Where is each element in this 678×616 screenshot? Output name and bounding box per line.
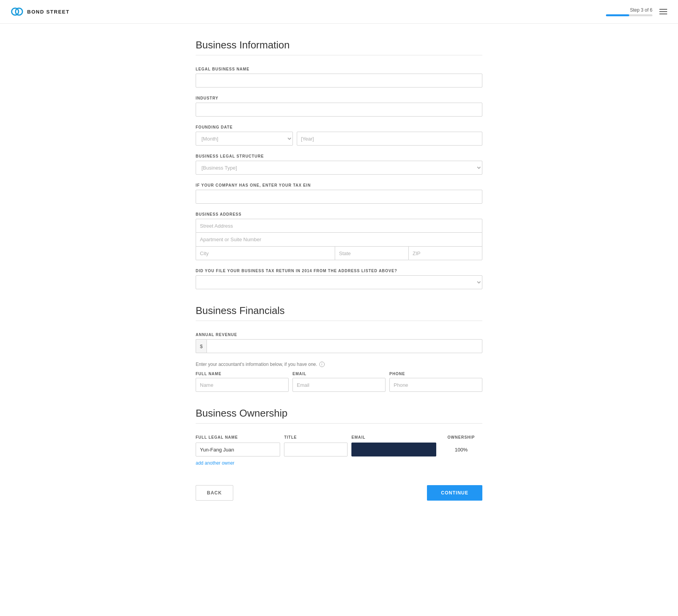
accountant-row: FULL NAME EMAIL PHONE	[196, 372, 482, 392]
section-divider-1	[196, 55, 482, 55]
founding-date-group: FOUNDING DATE [Month] JanuaryFebruaryMar…	[196, 125, 482, 146]
logo-icon	[11, 5, 23, 18]
tax-return-label: DID YOU FILE YOUR BUSINESS TAX RETURN IN…	[196, 269, 482, 273]
tax-ein-input[interactable]	[196, 190, 482, 204]
year-input[interactable]	[297, 132, 482, 146]
accountant-email-col: EMAIL	[293, 372, 385, 392]
industry-input[interactable]	[196, 103, 482, 117]
owner-name-col	[196, 443, 280, 456]
main-content: Business Information LEGAL BUSINESS NAME…	[188, 24, 490, 532]
brand-area: BOND STREET	[11, 5, 70, 18]
legal-structure-select[interactable]: [Business Type] Sole Proprietorship LLC …	[196, 161, 482, 175]
accountant-email-input[interactable]	[293, 378, 385, 392]
business-financials-section: Business Financials ANNUAL REVENUE $ Ent…	[196, 305, 482, 392]
step-label: Step 3 of 6	[606, 7, 652, 13]
accountant-phone-col: PHONE	[389, 372, 482, 392]
back-button[interactable]: BACK	[196, 485, 233, 501]
brand-name: BOND STREET	[27, 9, 70, 15]
industry-label: INDUSTRY	[196, 96, 482, 100]
month-select[interactable]: [Month] JanuaryFebruaryMarch AprilMayJun…	[196, 132, 293, 146]
col-full-legal-name: FULL LEGAL NAME	[196, 435, 280, 439]
accountant-name-col: FULL NAME	[196, 372, 289, 392]
business-financials-title: Business Financials	[196, 305, 482, 317]
col-ownership: OWNERSHIP	[440, 435, 482, 439]
progress-bar	[606, 14, 652, 16]
accountant-phone-input[interactable]	[389, 378, 482, 392]
founding-date-label: FOUNDING DATE	[196, 125, 482, 129]
owner-ownership-col: 100%	[440, 447, 482, 453]
city-input[interactable]	[196, 246, 335, 260]
tax-return-group: DID YOU FILE YOUR BUSINESS TAX RETURN IN…	[196, 269, 482, 289]
owner-name-input[interactable]	[196, 443, 280, 456]
accountant-name-label: FULL NAME	[196, 372, 289, 376]
business-ownership-section: Business Ownership FULL LEGAL NAME TITLE…	[196, 407, 482, 501]
add-another-owner-link[interactable]: add another owner	[196, 460, 234, 466]
col-email-label: EMAIL	[351, 435, 436, 439]
annual-revenue-group: ANNUAL REVENUE $	[196, 333, 482, 353]
founding-date-row: [Month] JanuaryFebruaryMarch AprilMayJun…	[196, 132, 482, 146]
annual-revenue-input[interactable]	[206, 339, 482, 353]
info-icon: i	[319, 362, 325, 367]
tax-ein-group: IF YOUR COMPANY HAS ONE, ENTER YOUR TAX …	[196, 183, 482, 204]
col-title-label: TITLE	[284, 435, 348, 439]
section-divider-3	[196, 423, 482, 424]
apt-input[interactable]	[196, 233, 482, 247]
app-header: BOND STREET Step 3 of 6	[0, 0, 678, 24]
continue-button[interactable]: CONTINUE	[427, 485, 482, 501]
industry-group: INDUSTRY	[196, 96, 482, 117]
col-title: TITLE	[284, 435, 348, 439]
accountant-name-input[interactable]	[196, 378, 289, 392]
owner-ownership-value: 100%	[440, 447, 482, 453]
accountant-email-label: EMAIL	[293, 372, 385, 376]
tax-ein-label: IF YOUR COMPANY HAS ONE, ENTER YOUR TAX …	[196, 183, 482, 187]
address-group: BUSINESS ADDRESS	[196, 212, 482, 260]
menu-button[interactable]	[659, 9, 667, 14]
legal-name-group: LEGAL BUSINESS NAME	[196, 67, 482, 88]
revenue-row: $	[196, 339, 482, 353]
legal-name-input[interactable]	[196, 74, 482, 88]
progress-bar-fill	[606, 14, 629, 16]
address-label: BUSINESS ADDRESS	[196, 212, 482, 216]
col-email: EMAIL	[351, 435, 436, 439]
zip-input[interactable]	[408, 246, 482, 260]
owner-title-col	[284, 443, 348, 456]
annual-revenue-label: ANNUAL REVENUE	[196, 333, 482, 337]
owner-title-input[interactable]	[284, 443, 348, 456]
ownership-table-header: FULL LEGAL NAME TITLE EMAIL OWNERSHIP	[196, 435, 482, 439]
owner-email-col	[351, 443, 436, 456]
accountant-note-text: Enter your accountant's information belo…	[196, 362, 317, 367]
owner-row: 100%	[196, 443, 482, 456]
legal-name-label: LEGAL BUSINESS NAME	[196, 67, 482, 71]
accountant-note: Enter your accountant's information belo…	[196, 362, 482, 367]
owner-email-filled[interactable]	[351, 443, 436, 456]
legal-structure-label: BUSINESS LEGAL STRUCTURE	[196, 154, 482, 158]
tax-return-select[interactable]: Yes No	[196, 275, 482, 289]
street-address-input[interactable]	[196, 219, 482, 233]
currency-prefix: $	[196, 339, 206, 353]
state-input[interactable]	[335, 246, 408, 260]
col-full-legal-name-label: FULL LEGAL NAME	[196, 435, 280, 439]
accountant-phone-label: PHONE	[389, 372, 482, 376]
header-right: Step 3 of 6	[606, 7, 667, 16]
business-ownership-title: Business Ownership	[196, 407, 482, 419]
city-state-zip-row	[196, 246, 482, 260]
step-progress: Step 3 of 6	[606, 7, 652, 16]
business-info-title: Business Information	[196, 39, 482, 51]
legal-structure-group: BUSINESS LEGAL STRUCTURE [Business Type]…	[196, 154, 482, 175]
form-footer: BACK CONTINUE	[196, 477, 482, 501]
col-ownership-label: OWNERSHIP	[440, 435, 482, 439]
section-divider-2	[196, 321, 482, 321]
